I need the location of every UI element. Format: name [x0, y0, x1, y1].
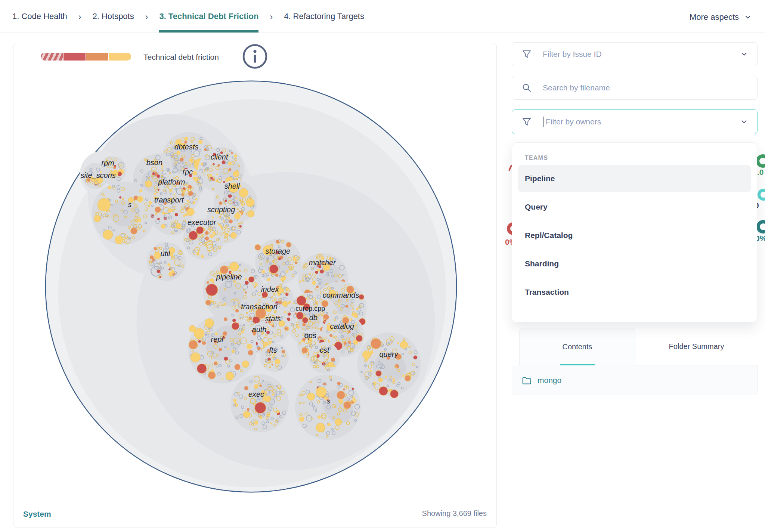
file-count-status: Showing 3,669 files	[422, 509, 487, 518]
svg-text:client: client	[211, 153, 229, 161]
svg-text:util: util	[161, 250, 170, 258]
legend-seg-yellow	[109, 53, 131, 61]
filter-owners-input[interactable]: Filter by owners	[512, 109, 758, 134]
svg-text:cst: cst	[320, 346, 330, 354]
legend-seg-striped	[41, 53, 63, 61]
contents-list-item-mongo[interactable]: mongo	[512, 365, 758, 395]
owner-option-transaction[interactable]: Transaction	[518, 279, 751, 306]
nav-item-refactoring-targets[interactable]: 4. Refactoring Targets	[284, 0, 364, 33]
chevron-down-icon[interactable]	[740, 118, 748, 126]
svg-text:bson: bson	[146, 158, 162, 167]
svg-text:stats: stats	[265, 315, 281, 323]
owner-option-pipeline[interactable]: Pipeline	[518, 165, 751, 192]
svg-text:transaction: transaction	[241, 303, 278, 311]
search-filename-placeholder: Search by filename	[543, 83, 748, 92]
svg-text:curop.cpp: curop.cpp	[295, 305, 325, 312]
svg-text:dbtests: dbtests	[174, 143, 198, 151]
tech-debt-bubble-chart[interactable]: rpmsite_sconsbsondbtestsclientrpcplatfor…	[13, 43, 496, 528]
gauge-ring-teal	[756, 220, 765, 233]
svg-text:transport: transport	[154, 196, 184, 204]
breadcrumb: 1. Code Health › 2. Hotspots › 3. Techni…	[12, 0, 364, 33]
gauge-ring-green	[756, 154, 765, 168]
tab-folder-summary[interactable]: Folder Summary	[635, 328, 758, 365]
svg-text:pipeline: pipeline	[216, 273, 242, 281]
svg-text:rpc: rpc	[182, 168, 193, 176]
svg-text:auth: auth	[252, 325, 267, 334]
svg-text:storage: storage	[266, 247, 291, 255]
svg-text:exec: exec	[248, 390, 264, 398]
root-system-link[interactable]: System	[23, 510, 51, 519]
search-filename-input[interactable]: Search by filename	[512, 76, 758, 100]
funnel-icon	[522, 117, 532, 127]
svg-text:rpm: rpm	[101, 159, 114, 167]
svg-text:db: db	[309, 313, 318, 322]
legend-title: Technical debt friction	[143, 53, 219, 62]
chart-legend: Technical debt friction	[13, 43, 496, 69]
breadcrumb-separator: ›	[270, 0, 273, 33]
svg-text:s: s	[128, 201, 132, 208]
owners-dropdown: TEAMS Pipeline Query Repl/Catalog Shardi…	[512, 142, 757, 322]
svg-text:ops: ops	[304, 331, 316, 340]
legend-seg-orange	[86, 53, 108, 61]
gauge-value-green: .0	[757, 168, 764, 177]
tab-contents[interactable]: Contents	[519, 328, 635, 365]
svg-text:platform: platform	[158, 178, 185, 186]
breadcrumb-separator: ›	[145, 0, 148, 33]
nav-item-hotspots[interactable]: 2. Hotspots	[92, 0, 134, 33]
tab-contents-label: Contents	[562, 343, 592, 351]
owner-option-query[interactable]: Query	[518, 194, 751, 220]
friction-scale-legend	[41, 53, 131, 61]
svg-text:scripting: scripting	[207, 205, 235, 214]
tab-folder-summary-label: Folder Summary	[669, 342, 724, 351]
svg-text:query: query	[379, 350, 398, 358]
filter-owners-placeholder: Filter by owners	[546, 117, 729, 126]
chevron-down-icon	[744, 13, 752, 21]
gauge-ring-cyan	[758, 189, 765, 201]
nav-item-technical-debt-friction[interactable]: 3. Technical Debt Friction	[159, 0, 258, 33]
svg-text:s: s	[327, 397, 331, 405]
chevron-down-icon[interactable]	[740, 50, 748, 58]
filter-issue-id[interactable]: Filter by Issue ID	[512, 42, 758, 66]
svg-text:catalog: catalog	[330, 322, 354, 330]
breadcrumb-separator: ›	[78, 0, 81, 33]
search-icon	[522, 83, 532, 93]
svg-text:commands: commands	[323, 291, 359, 299]
svg-text:shell: shell	[224, 182, 240, 190]
folder-icon	[522, 376, 532, 385]
legend-seg-red	[64, 53, 86, 61]
tech-debt-panel: rpmsite_sconsbsondbtestsclientrpcplatfor…	[13, 43, 497, 528]
owner-option-repl-catalog[interactable]: Repl/Catalog	[518, 222, 751, 249]
text-cursor	[543, 117, 543, 127]
owner-option-sharding[interactable]: Sharding	[518, 250, 751, 277]
teams-group-label: TEAMS	[525, 155, 548, 161]
svg-text:site_scons: site_scons	[81, 171, 116, 179]
more-aspects-button[interactable]: More aspects	[690, 0, 752, 33]
svg-text:index: index	[261, 285, 279, 293]
nav-item-code-health[interactable]: 1. Code Health	[12, 0, 67, 33]
funnel-icon	[522, 49, 532, 59]
filter-issue-id-placeholder: Filter by Issue ID	[543, 50, 729, 59]
more-aspects-label: More aspects	[690, 12, 739, 22]
top-nav: 1. Code Health › 2. Hotspots › 3. Techni…	[0, 0, 765, 33]
svg-text:executor: executor	[188, 218, 217, 226]
svg-text:fts: fts	[269, 346, 277, 354]
svg-text:matcher: matcher	[309, 259, 336, 267]
svg-text:repl: repl	[211, 335, 224, 343]
mongo-folder-link[interactable]: mongo	[538, 376, 561, 385]
